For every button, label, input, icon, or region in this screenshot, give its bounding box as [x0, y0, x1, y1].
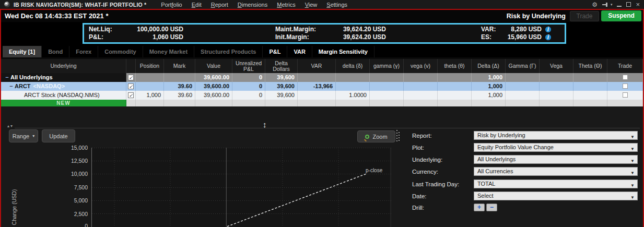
tab-margin-sensitivity[interactable]: Margin Sensitivity [312, 46, 374, 57]
close-icon[interactable]: × [636, 2, 640, 8]
timestamp: Wed Dec 08 14:43:33 EST 2021 * [5, 12, 109, 20]
table-row-arct-stock[interactable]: ARCT Stock (NASDAQ.NMS) ✓ 1,000 39.60 39… [1, 91, 643, 100]
row-checkbox[interactable]: ✓ [128, 83, 134, 89]
cell-delta-cap: 1,000 [472, 82, 506, 91]
pane-divider-handle[interactable] [399, 132, 400, 141]
summary-highlight-box: Net.Liq: 100,000.00 USD P&L: 1,060 USD M… [83, 23, 566, 44]
tab-var[interactable]: VAR [287, 46, 312, 57]
collapse-icon[interactable]: − [4, 73, 10, 82]
menu-view[interactable]: View [305, 2, 318, 8]
col-header-checkbox [126, 59, 136, 73]
tab-money-market[interactable]: Money Market [143, 46, 194, 57]
status-bar: Wed Dec 08 14:43:33 EST 2021 * Risk by U… [1, 10, 643, 22]
y-tick: 10,000 [57, 171, 88, 177]
col-header-vega-uc[interactable]: Vega [540, 59, 573, 73]
menu-metrics[interactable]: Metrics [277, 2, 295, 8]
table-row-arct[interactable]: −ARCT<NASDAQ> ✓ 39.60 39,600.00 0 39,600… [1, 82, 643, 91]
row-checkbox[interactable]: ✓ [128, 75, 134, 80]
y-tick: 5,000 [57, 197, 88, 204]
app-window: IB RISK NAVIGATOR(SM): WHAT-IF PORTFOLIO… [0, 0, 644, 227]
tab-commodity[interactable]: Commodity [98, 46, 143, 57]
pclose-label: p-close [366, 168, 382, 173]
cell-delta-dollars: 39,600 [265, 82, 298, 91]
var-info-icon[interactable]: i [545, 27, 551, 32]
pnl-value: 1,060 USD [115, 33, 183, 41]
col-header-theta-uc[interactable]: Theta (Θ) [573, 59, 607, 73]
collapse-icon[interactable]: − [8, 82, 15, 91]
menu-settings[interactable]: Settings [326, 2, 347, 8]
range-button[interactable]: Range▾ [9, 129, 38, 142]
col-header-vega-lc[interactable]: vega (v) [404, 59, 438, 73]
exchange-suffix: <NASDAQ> [33, 82, 65, 91]
drill-label: Drill: [412, 205, 424, 211]
splitter-collapse-icon[interactable]: ▴▾ [7, 124, 14, 128]
col-header-delta-lc[interactable]: delta (δ) [336, 59, 370, 73]
report-select[interactable]: Risk by Underlying▼ [474, 131, 638, 140]
y-tick: 2,500 [57, 211, 88, 217]
col-header-var[interactable]: VAR [298, 59, 336, 73]
col-header-gamma-lc[interactable]: gamma (γ) [370, 59, 404, 73]
update-button[interactable]: Update [42, 129, 75, 142]
tab-structured-products[interactable]: Structured Products [194, 46, 263, 57]
tab-bond[interactable]: Bond [42, 46, 69, 57]
date-select[interactable]: Select▼ [474, 192, 638, 200]
cell-unrealized-pl: 0 [232, 73, 265, 82]
row-checkbox[interactable]: ✓ [128, 92, 134, 98]
cell-value: 39,600.00 [195, 73, 232, 82]
pnl-chart-plot[interactable] [91, 148, 391, 227]
es-value: 15,960 USD [487, 33, 542, 41]
col-header-underlying[interactable]: Underlying [1, 59, 126, 73]
tab-equity[interactable]: Equity [1] [3, 46, 42, 57]
underlying-select[interactable]: All Underlyings▼ [474, 155, 638, 164]
col-header-mark[interactable]: Mark [164, 59, 195, 73]
zoom-button[interactable]: Zoom [357, 130, 395, 142]
es-info-icon[interactable]: i [545, 34, 551, 40]
minimize-icon[interactable] [617, 6, 622, 7]
cell-unrealized-pl: 0 [232, 82, 265, 91]
last-trading-day-select[interactable]: TOTAL▼ [474, 180, 638, 188]
underlying-label: Underlying: [412, 157, 442, 163]
plot-select[interactable]: Equity Portfolio Value Change▼ [474, 143, 638, 152]
trade-button[interactable]: Trade [570, 11, 599, 21]
y-tick: 12,500 [57, 158, 88, 164]
col-header-gamma-uc[interactable]: Gamma (Γ) [506, 59, 540, 73]
col-header-delta-dollars[interactable]: Delta Dollars [265, 59, 298, 73]
pane-splitter[interactable] [15, 128, 640, 128]
col-header-delta-uc[interactable]: Delta (Δ) [472, 59, 506, 73]
settings-gear-icon[interactable]: ⚙ [592, 2, 598, 8]
drill-expand-button[interactable]: + [474, 204, 485, 211]
init-margin-value: 39,624.20 USD [315, 33, 386, 41]
currency-select[interactable]: All Currencies▼ [474, 167, 638, 176]
row-label: ARCT [15, 82, 31, 91]
col-header-theta-lc[interactable]: theta (θ) [438, 59, 472, 73]
plot-label: Plot: [412, 145, 424, 151]
table-row-new[interactable]: NEW [1, 100, 643, 107]
table-row-all-underlyings[interactable]: −All Underlyings ✓ 39,600.00 0 39,600 1,… [1, 73, 643, 82]
menu-edit[interactable]: Edit [192, 2, 202, 8]
menu-dimensions[interactable]: Dimensions [238, 2, 267, 8]
trade-checkbox[interactable] [623, 83, 628, 89]
magnifier-icon [365, 135, 369, 139]
cell-mark: 39.60 [164, 91, 195, 100]
col-header-trade[interactable]: Trade [607, 59, 643, 73]
pin-icon[interactable] [602, 2, 609, 8]
col-header-value[interactable]: Value [195, 59, 232, 73]
menu-report[interactable]: Report [211, 2, 228, 8]
maximize-icon[interactable] [626, 2, 631, 7]
trade-checkbox[interactable] [623, 75, 628, 80]
tab-forex[interactable]: Forex [69, 46, 98, 57]
pin-caret-icon[interactable]: ▾ [611, 3, 613, 7]
suspend-button[interactable]: Suspend [601, 10, 641, 21]
chevron-down-icon: ▾ [32, 134, 34, 138]
last-trading-day-label: Last Trading Day: [412, 181, 459, 187]
tab-pnl[interactable]: P&L [263, 46, 287, 57]
trade-checkbox[interactable] [623, 92, 628, 98]
col-header-position[interactable]: Position [136, 59, 164, 73]
menu-portfolio[interactable]: Portfolio [161, 2, 182, 8]
new-row-button[interactable]: NEW [1, 100, 126, 107]
pl-line [227, 173, 367, 226]
drill-collapse-button[interactable]: − [486, 204, 497, 211]
init-margin-label: Init.Margin: [275, 33, 309, 41]
col-header-unrealized-pl[interactable]: Unrealized P&L [232, 59, 265, 73]
pane-divider-handle[interactable] [396, 130, 397, 141]
